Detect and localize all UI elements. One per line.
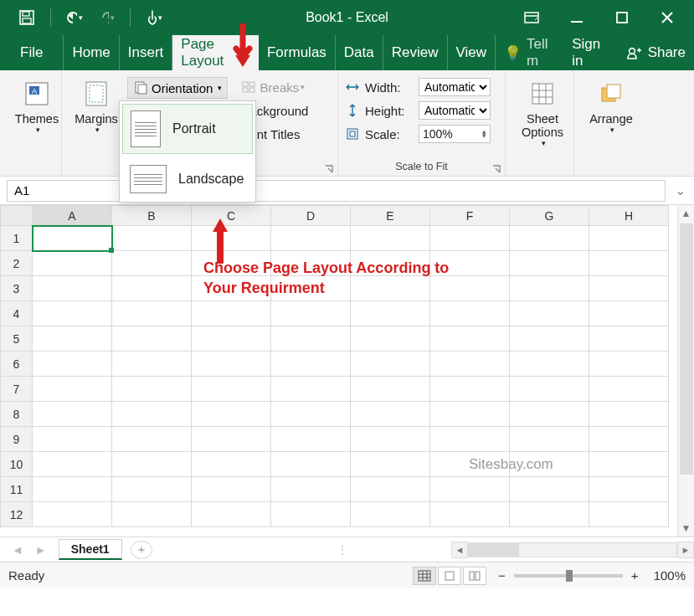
cell[interactable] bbox=[430, 427, 510, 452]
cell[interactable] bbox=[351, 427, 430, 452]
tab-insert[interactable]: Insert bbox=[120, 35, 173, 70]
cells-table[interactable]: A B C D E F G H 123456789101112 bbox=[0, 205, 669, 527]
formula-input[interactable] bbox=[243, 180, 666, 202]
row-header[interactable]: 11 bbox=[1, 477, 33, 502]
cell[interactable] bbox=[33, 377, 112, 402]
cell[interactable] bbox=[510, 352, 589, 377]
horizontal-scrollbar[interactable]: ◄ ► bbox=[451, 542, 694, 558]
row-header[interactable]: 3 bbox=[1, 276, 33, 301]
add-sheet-button[interactable]: ＋ bbox=[131, 541, 152, 559]
cell[interactable] bbox=[192, 477, 271, 502]
col-header[interactable]: F bbox=[430, 206, 510, 226]
cell[interactable] bbox=[112, 452, 192, 477]
cell[interactable] bbox=[192, 377, 271, 402]
breaks-button[interactable]: Breaks▾ bbox=[236, 77, 313, 97]
cell[interactable] bbox=[589, 377, 669, 402]
tab-tell-me[interactable]: 💡Tell m bbox=[496, 35, 563, 70]
tab-data[interactable]: Data bbox=[336, 35, 383, 70]
cell[interactable] bbox=[510, 301, 589, 326]
tab-view[interactable]: View bbox=[448, 35, 496, 70]
col-header[interactable]: G bbox=[510, 206, 589, 226]
scroll-down-icon[interactable]: ▼ bbox=[681, 520, 691, 536]
touch-mode-icon[interactable]: ▾ bbox=[146, 9, 162, 26]
ribbon-options-icon[interactable] bbox=[523, 9, 540, 26]
cell[interactable] bbox=[33, 402, 112, 427]
cell[interactable] bbox=[510, 402, 589, 427]
row-header[interactable]: 4 bbox=[1, 301, 33, 326]
cell[interactable] bbox=[33, 427, 112, 452]
zoom-slider-thumb[interactable] bbox=[566, 570, 573, 582]
cell[interactable] bbox=[351, 452, 430, 477]
scrollbar-thumb[interactable] bbox=[469, 543, 519, 557]
cell[interactable] bbox=[351, 301, 430, 326]
cell[interactable] bbox=[33, 251, 112, 276]
scroll-up-icon[interactable]: ▲ bbox=[681, 205, 691, 222]
cell[interactable] bbox=[430, 352, 510, 377]
save-icon[interactable] bbox=[18, 9, 35, 26]
sign-in-link[interactable]: Sign in bbox=[563, 35, 617, 70]
cell[interactable] bbox=[430, 502, 510, 527]
row-header[interactable]: 2 bbox=[1, 251, 33, 276]
cell[interactable] bbox=[351, 477, 430, 502]
cell[interactable] bbox=[112, 477, 192, 502]
cell[interactable] bbox=[192, 452, 271, 477]
close-icon[interactable] bbox=[659, 9, 676, 26]
vertical-scrollbar[interactable]: ▲ ▼ bbox=[677, 205, 694, 536]
cell[interactable] bbox=[589, 502, 669, 527]
cell[interactable] bbox=[112, 276, 192, 301]
share-button[interactable]: Share bbox=[618, 35, 694, 70]
cell[interactable] bbox=[271, 427, 351, 452]
col-header[interactable]: C bbox=[192, 206, 271, 226]
cell[interactable] bbox=[271, 301, 351, 326]
cell[interactable] bbox=[271, 226, 351, 251]
col-header[interactable]: D bbox=[271, 206, 351, 226]
cell[interactable] bbox=[430, 226, 510, 251]
page-setup-dialog-launcher[interactable] bbox=[324, 162, 334, 172]
cell[interactable] bbox=[112, 226, 192, 251]
cell[interactable] bbox=[589, 326, 669, 352]
row-header[interactable]: 10 bbox=[1, 452, 33, 477]
cell[interactable] bbox=[33, 326, 112, 352]
col-header[interactable]: B bbox=[112, 206, 192, 226]
col-header[interactable]: E bbox=[351, 206, 430, 226]
scale-dialog-launcher[interactable] bbox=[491, 162, 501, 172]
cell[interactable] bbox=[430, 377, 510, 402]
cell[interactable] bbox=[510, 326, 589, 352]
scroll-right-icon[interactable]: ► bbox=[677, 542, 694, 558]
cell[interactable] bbox=[510, 226, 589, 251]
themes-button[interactable]: A Themes ▾ bbox=[7, 75, 67, 156]
cell[interactable] bbox=[33, 301, 112, 326]
col-header[interactable]: A bbox=[33, 206, 112, 226]
col-header[interactable]: H bbox=[589, 206, 669, 226]
cell[interactable] bbox=[192, 301, 271, 326]
tab-formulas[interactable]: Formulas bbox=[259, 35, 336, 70]
cell[interactable] bbox=[510, 251, 589, 276]
cell[interactable] bbox=[510, 377, 589, 402]
sheet-tab[interactable]: Sheet1 bbox=[59, 539, 122, 560]
cell[interactable] bbox=[33, 477, 112, 502]
tab-file[interactable]: File bbox=[0, 35, 64, 70]
cell[interactable] bbox=[510, 427, 589, 452]
cell[interactable] bbox=[589, 477, 669, 502]
orientation-landscape[interactable]: Landscape bbox=[120, 157, 255, 202]
cell[interactable] bbox=[351, 326, 430, 352]
cell[interactable] bbox=[271, 352, 351, 377]
width-select[interactable]: Automatic bbox=[419, 78, 491, 96]
cell[interactable] bbox=[112, 502, 192, 527]
cell[interactable] bbox=[112, 326, 192, 352]
minimize-icon[interactable] bbox=[568, 9, 585, 26]
cell[interactable] bbox=[589, 352, 669, 377]
cell[interactable] bbox=[192, 226, 271, 251]
view-normal-icon[interactable] bbox=[413, 567, 436, 585]
scrollbar-thumb[interactable] bbox=[680, 223, 693, 475]
sheet-nav-next-icon[interactable]: ► bbox=[35, 543, 47, 557]
maximize-icon[interactable] bbox=[614, 9, 630, 26]
cell[interactable] bbox=[589, 301, 669, 326]
row-header[interactable]: 1 bbox=[1, 226, 33, 251]
cell[interactable] bbox=[510, 477, 589, 502]
select-all-button[interactable] bbox=[1, 206, 33, 226]
cell[interactable] bbox=[33, 352, 112, 377]
cell[interactable] bbox=[112, 352, 192, 377]
cell[interactable] bbox=[430, 402, 510, 427]
cell[interactable] bbox=[33, 452, 112, 477]
